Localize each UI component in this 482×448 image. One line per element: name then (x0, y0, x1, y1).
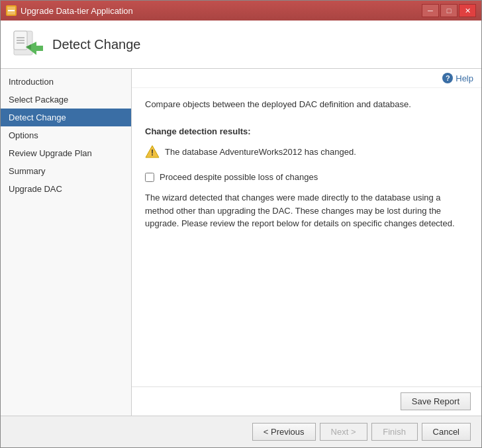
warning-icon: ! (145, 144, 160, 159)
info-text: The wizard detected that changes were ma… (145, 191, 468, 230)
checkbox-label[interactable]: Proceed despite possible loss of changes (160, 172, 318, 182)
sidebar-item-upgrade-dac[interactable]: Upgrade DAC (1, 180, 131, 198)
save-report-area: Save Report (132, 386, 481, 416)
sidebar-item-detect-change[interactable]: Detect Change (1, 109, 131, 126)
main-window: Upgrade Data-tier Application ─ □ ✕ Dete… (0, 0, 482, 448)
sidebar-item-select-package[interactable]: Select Package (1, 91, 131, 109)
header-area: Detect Change (1, 21, 481, 69)
finish-button[interactable]: Finish (371, 423, 418, 441)
restore-button[interactable]: □ (440, 4, 458, 17)
header-icon (11, 28, 43, 60)
close-button[interactable]: ✕ (459, 4, 476, 17)
sidebar-item-options[interactable]: Options (1, 126, 131, 144)
window-title: Upgrade Data-tier Application (21, 6, 133, 16)
help-label: Help (456, 73, 473, 83)
checkbox-row: Proceed despite possible loss of changes (145, 172, 468, 182)
warning-text: The database AdventureWorks2012 has chan… (165, 147, 356, 157)
sidebar-item-summary[interactable]: Summary (1, 162, 131, 180)
footer: < Previous Next > Finish Cancel (1, 416, 481, 447)
sidebar-item-introduction[interactable]: Introduction (1, 73, 131, 91)
help-link[interactable]: ? Help (442, 73, 473, 83)
warning-row: ! The database AdventureWorks2012 has ch… (145, 144, 468, 159)
help-icon: ? (442, 73, 453, 83)
main-content: Introduction Select Package Detect Chang… (1, 69, 481, 416)
minimize-button[interactable]: ─ (422, 4, 439, 17)
content-body: Compare objects between the deployed DAC… (132, 88, 481, 386)
window-controls: ─ □ ✕ (422, 4, 476, 17)
previous-button[interactable]: < Previous (252, 423, 316, 441)
cancel-button[interactable]: Cancel (422, 423, 471, 441)
title-bar: Upgrade Data-tier Application ─ □ ✕ (1, 1, 481, 21)
page-title: Detect Change (52, 37, 140, 52)
app-icon (6, 5, 17, 16)
content-top-bar: ? Help (132, 69, 481, 88)
svg-text:!: ! (151, 148, 154, 157)
section-title: Change detection results: (145, 126, 468, 136)
content-area: ? Help Compare objects between the deplo… (132, 69, 481, 416)
sidebar-item-review-upgrade-plan[interactable]: Review Upgrade Plan (1, 144, 131, 162)
proceed-checkbox[interactable] (145, 173, 154, 182)
description-text: Compare objects between the deployed DAC… (145, 99, 468, 111)
sidebar: Introduction Select Package Detect Chang… (1, 69, 132, 416)
svg-rect-1 (8, 10, 15, 11)
title-bar-left: Upgrade Data-tier Application (6, 5, 133, 16)
save-report-button[interactable]: Save Report (401, 392, 471, 410)
next-button[interactable]: Next > (320, 423, 367, 441)
